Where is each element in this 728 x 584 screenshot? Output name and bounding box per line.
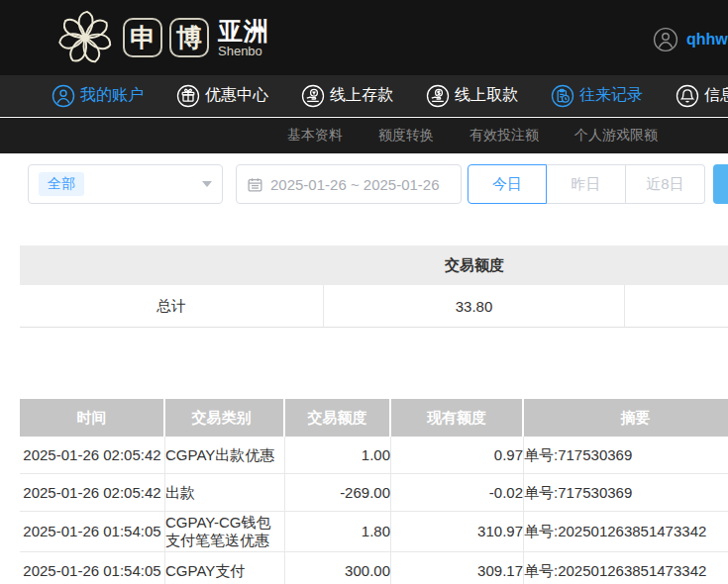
- sub-nav: 基本资料 额度转换 有效投注额 个人游戏限额: [0, 118, 728, 153]
- nav-label: 线上存款: [330, 85, 393, 106]
- date-range-input[interactable]: 2025-01-26 ~ 2025-01-26: [236, 164, 462, 204]
- nav-item-promotions[interactable]: 优惠中心: [176, 84, 268, 108]
- subnav-item-game-limits[interactable]: 个人游戏限额: [574, 127, 658, 145]
- nav-label: 信息: [704, 85, 728, 106]
- nav-item-my-account[interactable]: 我的账户: [52, 84, 144, 108]
- user-area[interactable]: qhhw: [653, 27, 728, 52]
- brand-english-text: Shenbo: [218, 44, 269, 58]
- cell-type: CGPAY支付: [165, 552, 285, 584]
- nav-item-withdraw[interactable]: 线上取款: [426, 84, 518, 108]
- cell-summary: 单号:202501263851473342: [524, 552, 728, 584]
- cell-type: CGPAY出款优惠: [165, 437, 285, 473]
- calendar-icon: [247, 176, 263, 193]
- column-header-summary: 摘要: [524, 399, 728, 437]
- cell-summary: 单号:717530369: [524, 474, 728, 511]
- user-avatar-icon: [653, 27, 678, 52]
- cell-time: 2025-01-26 02:05:42: [20, 437, 165, 473]
- nav-item-deposit[interactable]: 线上存款: [301, 84, 393, 108]
- table-row: 2025-01-26 01:54:05 CGPAY支付 300.00 309.1…: [20, 552, 728, 584]
- records-header-row: 时间 交易类别 交易额度 现有额度 摘要: [20, 399, 728, 437]
- date-range-value: 2025-01-26 ~ 2025-01-26: [270, 176, 440, 193]
- quick-range-group: 今日 昨日 近8日: [468, 164, 705, 204]
- nav-label: 优惠中心: [205, 85, 268, 106]
- cell-amount: 1.00: [285, 437, 391, 473]
- yesterday-button[interactable]: 昨日: [547, 164, 626, 204]
- topbar: 申 博 亚洲 Shenbo qhhw: [0, 0, 728, 75]
- cell-type: 出款: [165, 474, 285, 511]
- user-circle-icon: [52, 84, 75, 108]
- column-header-type: 交易类别: [165, 399, 285, 437]
- subnav-item-credit-transfer[interactable]: 额度转换: [378, 127, 434, 145]
- table-row: 2025-01-26 02:05:42 出款 -269.00 -0.02 单号:…: [20, 474, 728, 512]
- cell-balance: 310.97: [391, 512, 524, 551]
- nav-item-messages[interactable]: 信息: [676, 84, 728, 108]
- main-nav: 我的账户 优惠中心 线上存款 线上取款: [0, 75, 728, 117]
- summary-empty-cell: [625, 285, 728, 327]
- cell-time: 2025-01-26 02:05:42: [20, 474, 165, 511]
- cell-summary: 单号:717530369: [524, 437, 728, 473]
- deposit-icon: [301, 84, 325, 108]
- summary-total-value: 33.80: [324, 285, 625, 327]
- today-button[interactable]: 今日: [468, 164, 547, 204]
- cell-amount: -269.00: [285, 474, 391, 511]
- summary-header-empty: [625, 245, 728, 285]
- column-header-balance: 现有额度: [391, 399, 524, 437]
- last-8-days-button[interactable]: 近8日: [626, 164, 705, 204]
- cell-type: CGPAY-CG钱包支付笔笔送优惠: [165, 512, 285, 551]
- column-header-time: 时间: [20, 399, 165, 437]
- brand-region-text: 亚洲: [218, 18, 269, 44]
- summary-table: 交易额度 总计 33.80: [20, 245, 728, 328]
- summary-header-amount: 交易额度: [324, 245, 625, 285]
- subnav-item-valid-bets[interactable]: 有效投注额: [469, 127, 539, 145]
- flower-logo-icon: [54, 7, 116, 68]
- brand-char-shen: 申: [123, 18, 162, 57]
- column-header-amount: 交易额度: [285, 399, 391, 437]
- subnav-item-basic-info[interactable]: 基本资料: [287, 127, 343, 145]
- cell-time: 2025-01-26 01:54:05: [20, 512, 165, 551]
- summary-header-empty: [20, 245, 324, 285]
- withdraw-icon: [426, 84, 450, 108]
- cell-balance: -0.02: [391, 474, 524, 511]
- table-row: 2025-01-26 02:05:42 CGPAY出款优惠 1.00 0.97 …: [20, 437, 728, 474]
- gift-icon: [176, 84, 200, 108]
- nav-item-transaction-records[interactable]: 往来记录: [551, 84, 643, 108]
- search-button[interactable]: [713, 164, 728, 204]
- cell-amount: 300.00: [285, 552, 391, 584]
- username-text[interactable]: qhhw: [686, 31, 728, 49]
- cell-balance: 309.17: [391, 552, 524, 584]
- transaction-type-select[interactable]: 全部: [28, 164, 223, 204]
- bell-icon: [676, 84, 699, 108]
- summary-header-row: 交易额度: [20, 245, 728, 285]
- brand-char-bo: 博: [169, 18, 209, 57]
- nav-label: 往来记录: [579, 85, 643, 106]
- chevron-down-icon: [202, 181, 212, 187]
- brand-logo[interactable]: 申 博 亚洲 Shenbo: [54, 7, 269, 68]
- cell-amount: 1.80: [285, 512, 391, 551]
- selected-type-tag: 全部: [39, 172, 84, 196]
- records-table: 时间 交易类别 交易额度 现有额度 摘要 2025-01-26 02:05:42…: [20, 399, 728, 584]
- nav-label: 我的账户: [80, 85, 144, 106]
- cell-summary: 单号:202501263851473342: [524, 512, 728, 551]
- summary-total-label: 总计: [20, 285, 324, 327]
- filter-bar: 全部 2025-01-26 ~ 2025-01-26 今日 昨日 近8日: [0, 164, 728, 204]
- summary-total-row: 总计 33.80: [20, 285, 728, 328]
- cell-time: 2025-01-26 01:54:05: [20, 552, 165, 584]
- records-icon: [551, 84, 574, 108]
- nav-label: 线上取款: [455, 85, 518, 106]
- table-row: 2025-01-26 01:54:05 CGPAY-CG钱包支付笔笔送优惠 1.…: [20, 512, 728, 552]
- cell-balance: 0.97: [391, 437, 524, 473]
